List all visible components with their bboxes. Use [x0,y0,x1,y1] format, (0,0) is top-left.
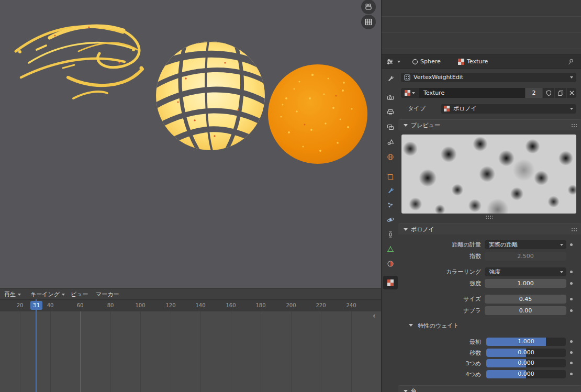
tab-object-data[interactable] [383,242,398,256]
intensity-label: 強度 [403,279,481,288]
chevron-down-icon [560,271,563,273]
editor-type-button[interactable] [386,58,394,65]
grid-line [351,311,352,392]
animate-dot[interactable] [570,362,573,364]
tab-render[interactable] [383,91,398,104]
tab-view-layer[interactable] [383,120,398,134]
new-copy-button[interactable] [555,88,566,98]
panel-grip-icon[interactable] [571,228,577,232]
type-label: タイプ [381,104,426,113]
texture-users-button[interactable]: 2 [526,88,542,98]
texture-icon [387,279,394,286]
ruler-tick: 120 [165,303,175,308]
animate-dot[interactable] [570,373,573,375]
collapse-triangle-icon [404,124,408,127]
ruler-tick: 140 [195,303,205,308]
grid-line [291,311,292,392]
distance-metric-dropdown[interactable]: 実際の距離 [485,240,566,249]
texture-preview [401,135,576,214]
section-color[interactable]: 色 [398,385,581,392]
grid-line [200,311,201,392]
grid-line [110,311,111,392]
ruler-tick: 160 [226,303,236,308]
object-icon [387,173,394,181]
grid-icon [364,18,373,26]
shield-icon [546,90,552,96]
collapse-triangle-icon [404,228,408,231]
material-icon [387,260,394,267]
animate-dot[interactable] [570,271,573,273]
collapse-triangle-icon [404,390,408,392]
tab-tool[interactable] [383,72,398,85]
weight-fourth-slider[interactable]: 0.000 [486,370,566,378]
exponent-field[interactable]: 2.500 [485,252,566,261]
tab-scene[interactable] [383,135,398,149]
coloring-dropdown[interactable]: 強度 [485,267,566,276]
ruler-tick: 180 [255,303,265,308]
scene-icon [387,138,394,145]
panel-grip-icon[interactable] [571,124,577,128]
animate-dot[interactable] [570,340,573,343]
chevron-down-icon [62,294,65,296]
flame-sphere [152,40,269,151]
animate-dot[interactable] [570,309,573,312]
nabla-field[interactable]: 0.00 [485,306,566,315]
section-preview[interactable]: プレビュー [398,119,581,130]
weight-first-slider[interactable]: 1.000 [486,338,566,346]
view-menu[interactable]: ビュー [71,290,88,298]
weight-first-label: 最初 [403,338,481,346]
ruler-tick: 80 [107,303,114,308]
animate-dot[interactable] [570,243,573,246]
ruler-tick: 200 [286,303,296,308]
timeline-ruler[interactable]: 20 40 60 80 100 120 140 160 180 200 220 … [0,299,381,311]
camera-icon [364,3,373,11]
world-icon [387,153,394,161]
fake-user-button[interactable] [543,88,554,98]
unlink-button[interactable] [567,88,576,98]
texture-browse-button[interactable] [401,88,419,98]
weight-third-slider[interactable]: 0.000 [486,359,566,367]
texture-type-dropdown[interactable]: ボロノイ [441,104,576,114]
section-voronoi[interactable]: ボロノイ [398,223,581,234]
pin-button[interactable] [567,58,574,65]
particles-icon [387,201,394,209]
properties-editor-icon [386,58,394,65]
tab-texture[interactable] [383,276,398,289]
play-menu[interactable]: 再生 [4,290,21,298]
tab-object[interactable] [383,170,398,184]
tab-world[interactable] [383,150,398,164]
marker-menu[interactable]: マーカー [96,290,119,298]
keying-menu[interactable]: キーイング [30,290,65,298]
animate-dot[interactable] [570,298,573,300]
tab-physics[interactable] [383,213,398,227]
breadcrumb-texture[interactable]: Texture [467,58,488,65]
3d-viewport[interactable] [0,0,381,288]
breadcrumb-object[interactable]: Sphere [420,58,441,65]
preview-resize-handle[interactable] [485,215,493,219]
animate-dot[interactable] [570,351,573,354]
modifier-selector-dropdown[interactable]: VertexWeightEdit [401,73,576,82]
grid-toggle-button[interactable] [361,15,376,29]
ruler-tick: 240 [346,303,356,308]
intensity-field[interactable]: 1.000 [485,279,566,288]
grid-line [231,311,231,392]
texture-name-field[interactable]: Texture [419,88,525,98]
texture-checker-icon [458,59,464,65]
ruler-tick: 100 [135,303,145,308]
tab-material[interactable] [383,257,398,271]
weight-second-slider[interactable]: 0.000 [486,349,566,357]
tab-modifiers[interactable] [383,184,398,197]
tab-constraints[interactable] [383,228,398,241]
end-frame-line [80,311,81,392]
timeline-tracks[interactable] [0,311,381,392]
collapse-arrow-icon[interactable]: ‹ [373,312,376,319]
subsection-feature-weights[interactable]: 特性のウェイト [409,322,459,330]
playhead[interactable] [36,299,37,392]
tab-particles[interactable] [383,198,398,212]
camera-view-button[interactable] [361,0,376,14]
chevron-down-icon [18,294,21,296]
close-icon [569,91,574,95]
size-field[interactable]: 0.45 [485,295,566,304]
copy-icon [557,90,564,96]
animate-dot[interactable] [570,282,573,285]
